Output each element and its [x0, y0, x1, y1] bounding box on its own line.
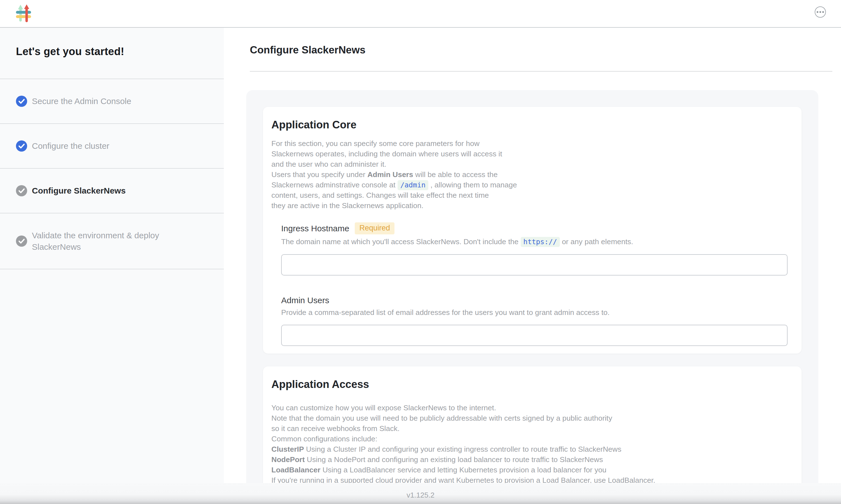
ingress-hostname-field-group: Ingress Hostname Required The domain nam… [281, 222, 788, 275]
ellipsis-icon [817, 11, 818, 13]
sidebar-step-configure-cluster: Configure the cluster [0, 124, 224, 169]
check-circle-icon [16, 140, 27, 151]
step-label: Validate the environment & deploy Slacke… [32, 230, 189, 253]
title-divider [250, 71, 832, 72]
setup-steps-sidebar: Let's get you started! Secure the Admin … [0, 28, 224, 504]
card-description: You can customize how you will expose Sl… [271, 403, 788, 486]
card-title: Application Access [271, 378, 788, 391]
step-label: Configure SlackerNews [32, 185, 126, 196]
admin-users-label: Admin Users [281, 295, 329, 305]
sidebar-step-secure-admin-console: Secure the Admin Console [0, 79, 224, 124]
page-title: Configure SlackerNews [250, 44, 365, 56]
sidebar-step-validate-deploy: Validate the environment & deploy Slacke… [0, 213, 224, 269]
top-header [0, 0, 841, 28]
card-title: Application Core [271, 119, 788, 131]
admin-users-field-group: Admin Users Provide a comma-separated li… [281, 295, 788, 346]
check-circle-icon [16, 235, 27, 247]
check-circle-icon [16, 96, 27, 107]
application-core-card: Application Core For this section, you c… [263, 107, 802, 354]
step-label: Secure the Admin Console [32, 95, 131, 107]
ingress-hostname-label: Ingress Hostname [281, 224, 349, 233]
admin-users-help: Provide a comma-separated list of email … [281, 308, 788, 317]
admin-users-input[interactable] [281, 325, 788, 346]
window-menu-button[interactable] [815, 6, 826, 18]
sidebar-step-configure-slackernews: Configure SlackerNews [0, 169, 224, 213]
step-label: Configure the cluster [32, 140, 109, 151]
sidebar-heading: Let's get you started! [0, 28, 224, 79]
version-footer: v1.125.2 [0, 483, 841, 504]
card-description: For this section, you can specify some c… [271, 139, 788, 211]
ingress-hostname-input[interactable] [281, 254, 788, 275]
check-circle-icon [16, 185, 27, 196]
slackernews-logo-icon [16, 4, 31, 23]
ingress-hostname-help: The domain name at which you'll access S… [281, 237, 788, 247]
app-version: v1.125.2 [407, 491, 434, 500]
required-badge: Required [355, 222, 394, 234]
